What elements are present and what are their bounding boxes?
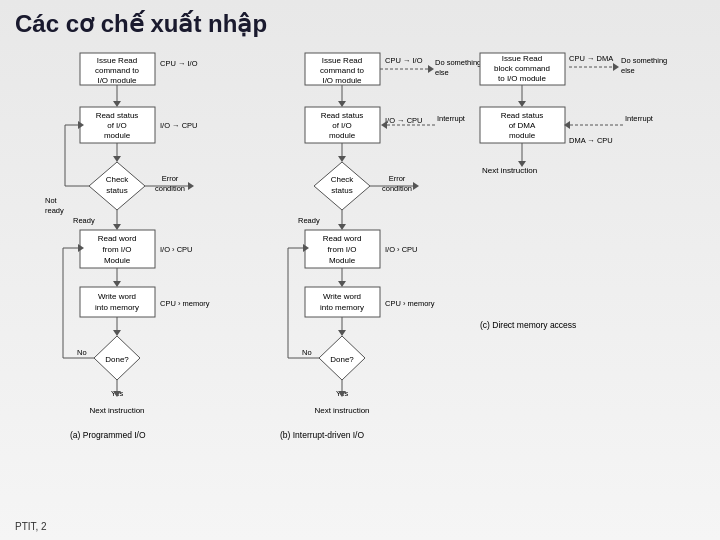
svg-text:I/O  › CPU: I/O › CPU bbox=[385, 245, 418, 254]
svg-text:of DMA: of DMA bbox=[509, 121, 536, 130]
svg-text:else: else bbox=[435, 68, 449, 77]
svg-text:module: module bbox=[104, 131, 131, 140]
svg-marker-61 bbox=[428, 65, 434, 73]
svg-text:Write word: Write word bbox=[98, 292, 136, 301]
svg-text:into memory: into memory bbox=[320, 303, 364, 312]
svg-text:DMA → CPU: DMA → CPU bbox=[569, 136, 613, 145]
svg-text:(a) Programmed I/O: (a) Programmed I/O bbox=[70, 430, 146, 440]
svg-text:CPU → I/O: CPU → I/O bbox=[385, 56, 423, 65]
svg-text:ready: ready bbox=[45, 206, 64, 215]
svg-text:(b) Interrupt-driven I/O: (b) Interrupt-driven I/O bbox=[280, 430, 364, 440]
svg-marker-92 bbox=[338, 281, 346, 287]
svg-text:I/O  › CPU: I/O › CPU bbox=[160, 245, 193, 254]
svg-marker-72 bbox=[381, 121, 387, 129]
svg-text:Check: Check bbox=[106, 175, 130, 184]
svg-text:from I/O: from I/O bbox=[328, 245, 357, 254]
svg-text:Read word: Read word bbox=[323, 234, 362, 243]
svg-text:to I/O module: to I/O module bbox=[498, 74, 547, 83]
svg-text:Interrupt: Interrupt bbox=[625, 114, 654, 123]
svg-text:Check: Check bbox=[331, 175, 355, 184]
svg-marker-117 bbox=[613, 63, 619, 71]
diagrams-container: Issue Read command to I/O module CPU → I… bbox=[15, 48, 705, 508]
svg-marker-6 bbox=[113, 101, 121, 107]
svg-text:Not: Not bbox=[45, 196, 58, 205]
svg-marker-18 bbox=[188, 182, 194, 190]
svg-text:command to: command to bbox=[320, 66, 365, 75]
svg-text:CPU  › memory: CPU › memory bbox=[385, 299, 435, 308]
page: Các cơ chế xuất nhập Issue Read command … bbox=[0, 0, 720, 540]
svg-text:of I/O: of I/O bbox=[332, 121, 352, 130]
svg-text:Next instruction: Next instruction bbox=[89, 406, 144, 415]
svg-marker-80 bbox=[413, 182, 419, 190]
svg-text:Read status: Read status bbox=[501, 111, 544, 120]
svg-text:Next instruction: Next instruction bbox=[314, 406, 369, 415]
svg-text:from I/O: from I/O bbox=[103, 245, 132, 254]
svg-text:I/O → CPU: I/O → CPU bbox=[385, 116, 423, 125]
svg-text:of I/O: of I/O bbox=[107, 121, 127, 130]
svg-text:else: else bbox=[621, 66, 635, 75]
svg-text:module: module bbox=[329, 131, 356, 140]
svg-text:No: No bbox=[77, 348, 87, 357]
svg-text:condition: condition bbox=[155, 184, 185, 193]
svg-text:Module: Module bbox=[329, 256, 356, 265]
svg-text:I/O module: I/O module bbox=[322, 76, 362, 85]
svg-marker-85 bbox=[338, 224, 346, 230]
svg-text:Error: Error bbox=[389, 174, 406, 183]
svg-text:condition: condition bbox=[382, 184, 412, 193]
svg-marker-36 bbox=[113, 281, 121, 287]
svg-text:Do something: Do something bbox=[621, 56, 667, 65]
diagram-a: Issue Read command to I/O module CPU → I… bbox=[15, 48, 230, 508]
svg-text:Write word: Write word bbox=[323, 292, 361, 301]
svg-text:Module: Module bbox=[104, 256, 131, 265]
svg-text:status: status bbox=[331, 186, 352, 195]
svg-text:CPU  › memory: CPU › memory bbox=[160, 299, 210, 308]
svg-text:I/O module: I/O module bbox=[97, 76, 137, 85]
footer-text: PTIT, 2 bbox=[15, 521, 47, 532]
svg-text:No: No bbox=[302, 348, 312, 357]
svg-text:into memory: into memory bbox=[95, 303, 139, 312]
svg-text:status: status bbox=[106, 186, 127, 195]
svg-marker-13 bbox=[113, 156, 121, 162]
svg-text:Issue Read: Issue Read bbox=[502, 54, 542, 63]
svg-marker-121 bbox=[518, 101, 526, 107]
svg-marker-65 bbox=[338, 101, 346, 107]
svg-text:Done?: Done? bbox=[330, 355, 354, 364]
svg-text:Next instruction: Next instruction bbox=[482, 166, 537, 175]
svg-text:Read status: Read status bbox=[96, 111, 139, 120]
svg-text:command to: command to bbox=[95, 66, 140, 75]
page-title: Các cơ chế xuất nhập bbox=[15, 10, 705, 38]
svg-text:Read word: Read word bbox=[98, 234, 137, 243]
svg-text:Issue Read: Issue Read bbox=[322, 56, 362, 65]
svg-text:Done?: Done? bbox=[105, 355, 129, 364]
svg-marker-42 bbox=[113, 330, 121, 336]
svg-text:module: module bbox=[509, 131, 536, 140]
svg-text:Ready: Ready bbox=[298, 216, 320, 225]
svg-text:(c) Direct memory access: (c) Direct memory access bbox=[480, 320, 576, 330]
svg-text:I/O → CPU: I/O → CPU bbox=[160, 121, 198, 130]
svg-marker-98 bbox=[338, 330, 346, 336]
svg-text:Read status: Read status bbox=[321, 111, 364, 120]
svg-text:Ready: Ready bbox=[73, 216, 95, 225]
svg-text:Interrupt: Interrupt bbox=[437, 114, 466, 123]
svg-marker-29 bbox=[113, 224, 121, 230]
svg-marker-75 bbox=[338, 156, 346, 162]
diagram-c: Issue Read block command to I/O module C… bbox=[475, 48, 675, 508]
svg-text:Error: Error bbox=[162, 174, 179, 183]
diagram-b: Issue Read command to I/O module CPU → I… bbox=[240, 48, 470, 508]
svg-text:block command: block command bbox=[494, 64, 550, 73]
svg-text:CPU → DMA: CPU → DMA bbox=[569, 54, 613, 63]
svg-text:CPU → I/O: CPU → I/O bbox=[160, 59, 198, 68]
svg-text:Issue Read: Issue Read bbox=[97, 56, 137, 65]
